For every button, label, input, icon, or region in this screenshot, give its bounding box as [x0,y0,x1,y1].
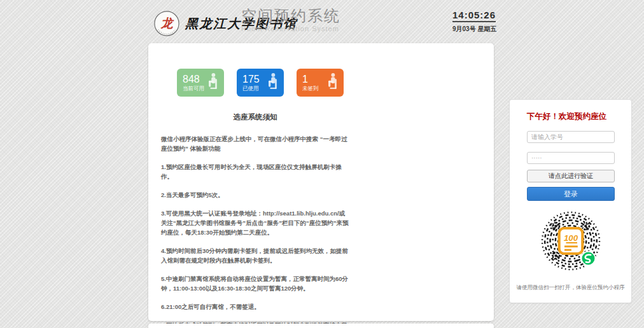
student-id-input[interactable] [527,131,615,143]
notice-item: 5.中途刷门禁离馆系统将自动将座位设置为暂离，正常暂离时间为60分钟，11:00… [161,274,349,293]
stat-card-available: 848 当前可用 [177,69,224,97]
wechat-mini-program-badge-icon [581,252,595,266]
seated-person-icon [325,72,339,93]
page-title: 空间预约系统 [241,8,340,24]
available-count: 848 [183,74,204,85]
footer-panel [148,324,494,328]
captcha-verify-button[interactable]: 请点此进行验证 [527,170,615,182]
not-checked-in-count: 1 [302,74,319,85]
main-panel: 848 当前可用 [148,43,494,321]
page-subtitle: Room Reservation System [241,25,340,32]
clock: 14:05:26 9月03号 星期五 [452,10,503,34]
header: 龙 黑龙江大学图书馆 空间预约系统 Room Reservation Syste… [148,0,505,43]
clock-date: 9月03号 星期五 [452,25,503,34]
qr-caption: 请使用微信扫一扫打开，体验座位预约小程序 [510,284,631,292]
in-use-count: 175 [242,74,260,85]
notice-title: 选座系统须知 [161,113,349,122]
seated-person-icon [206,72,220,93]
available-label: 当前可用 [183,85,204,92]
login-button[interactable]: 登录 [527,187,615,201]
library-seal-icon: 龙 [153,10,180,37]
notice-intro: 微信小程序体验版正在逐步上线中，可在微信小程序中搜索 “一考即过座位预约” 体验… [161,134,349,153]
notice-item: 6.21:00之后可自行离馆，不需签退。 [161,302,349,311]
login-card: 下午好！欢迎预约座位 请点此进行验证 登录 [509,99,632,303]
stat-card-in-use: 175 已使用 [237,69,284,97]
notice-item: 4.预约时间前后30分钟内需刷卡签到，提前或迟后签到均无效，如提前入馆则需在规定… [161,246,349,265]
notice-column: 848 当前可用 [161,43,352,328]
svg-text:100: 100 [563,233,578,243]
mini-program-qr-code: 100 [510,209,631,275]
qr-center-logo-100: 100 [559,228,582,254]
seated-person-icon [265,72,279,93]
wechat-qr-icon: 100 [539,209,603,273]
not-checked-in-label: 未签到 [302,85,319,92]
svg-text:龙: 龙 [160,16,174,31]
notice-body: 微信小程序体验版正在逐步上线中，可在微信小程序中搜索 “一考即过座位预约” 体验… [161,134,349,328]
stats-row: 848 当前可用 [161,69,352,97]
page: 龙 黑龙江大学图书馆 空间预约系统 Room Reservation Syste… [0,0,644,328]
in-use-label: 已使用 [242,85,260,92]
greeting-text: 下午好！欢迎预约座位 [527,111,606,122]
notice-item: 2.当天最多可预约5次。 [161,190,349,200]
title-block: 空间预约系统 Room Reservation System [241,8,340,32]
notice-item: 3.可使用黑大统一认证账号登录地址：http://seat1.lib.hlju.… [161,208,349,237]
stat-card-not-checked-in: 1 未签到 [297,69,344,97]
notice-item: 1.预约区座位最长可用时长为全天，现场区座位仅支持触屏机刷卡操作。 [161,162,349,181]
password-input[interactable] [527,152,615,164]
clock-time: 14:05:26 [452,10,496,22]
